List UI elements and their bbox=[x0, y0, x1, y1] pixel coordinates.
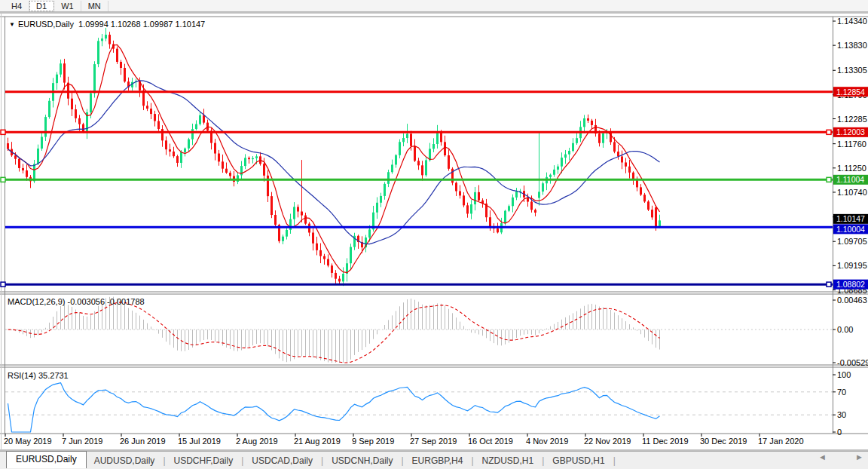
candle-body bbox=[150, 109, 152, 114]
candle-body bbox=[504, 211, 506, 223]
hline-handle[interactable] bbox=[827, 282, 831, 287]
candle-body bbox=[154, 114, 156, 121]
candle-body bbox=[255, 156, 258, 158]
candle-body bbox=[391, 164, 393, 172]
symbol-tab-eurusd[interactable]: EURUSD,Daily bbox=[6, 451, 87, 468]
candle-body bbox=[176, 156, 179, 163]
chart-canvas: 1.143401.138301.133051.127901.122851.117… bbox=[0, 0, 868, 469]
candle-body bbox=[199, 115, 201, 124]
candle-body bbox=[497, 228, 499, 232]
candle-body bbox=[263, 164, 265, 176]
symbol-tab-usdchf[interactable]: USDCHF,Daily bbox=[167, 454, 241, 467]
candle-body bbox=[474, 192, 476, 204]
candle-body bbox=[628, 167, 631, 173]
candle-body bbox=[282, 237, 284, 241]
candle-body bbox=[274, 215, 277, 225]
candle-body bbox=[203, 115, 205, 123]
candle-body bbox=[165, 140, 167, 149]
candle-body bbox=[101, 38, 103, 41]
price-axis-label: 1.13305 bbox=[837, 66, 867, 75]
candle-body bbox=[617, 152, 619, 156]
date-axis-label: 15 Jul 2019 bbox=[178, 437, 221, 446]
chart-quote-values: 1.09994 1.10268 1.09987 1.10147 bbox=[78, 20, 205, 29]
candle-body bbox=[270, 196, 273, 215]
hline-handle[interactable] bbox=[1, 282, 5, 287]
candle-body bbox=[591, 121, 593, 125]
candle-body bbox=[406, 133, 408, 138]
date-axis-label: 20 May 2019 bbox=[4, 437, 52, 446]
candle-body bbox=[432, 144, 435, 149]
hline-handle[interactable] bbox=[1, 130, 5, 134]
candle-body bbox=[229, 173, 231, 176]
candle-body bbox=[466, 205, 469, 213]
candle-body bbox=[41, 137, 43, 149]
date-axis-label: 4 Nov 2019 bbox=[526, 437, 568, 446]
date-axis-label: 30 Dec 2019 bbox=[700, 437, 747, 446]
symbol-tab-eurgbp[interactable]: EURGBP,H4 bbox=[405, 454, 471, 467]
price-tag: 1.12854 bbox=[833, 87, 868, 97]
candle-body bbox=[470, 204, 472, 213]
rsi-axis-label: 30 bbox=[837, 410, 846, 419]
candle-body bbox=[568, 151, 570, 155]
macd-indicator-label: MACD(12,26,9) -0.003056 -0.001788 bbox=[8, 297, 145, 306]
candles-layer bbox=[7, 28, 661, 286]
candle-body bbox=[63, 63, 66, 82]
date-axis-label: 26 Jun 2019 bbox=[120, 437, 166, 446]
date-axis-label: 21 Aug 2019 bbox=[294, 437, 341, 446]
candle-body bbox=[191, 129, 194, 139]
price-tag: 1.10004 bbox=[833, 224, 868, 234]
candle-body bbox=[105, 35, 107, 38]
rsi-line bbox=[8, 383, 660, 432]
candle-body bbox=[572, 143, 574, 151]
candle-body bbox=[327, 259, 329, 266]
candle-body bbox=[553, 170, 555, 175]
candle-body bbox=[444, 142, 446, 155]
symbol-tab-nzdusd[interactable]: NZDUSD,H1 bbox=[475, 454, 542, 467]
candle-body bbox=[195, 124, 197, 130]
candle-body bbox=[350, 247, 352, 264]
candle-body bbox=[602, 133, 604, 143]
candle-body bbox=[387, 172, 390, 184]
candle-body bbox=[93, 64, 96, 93]
hline-handle[interactable] bbox=[827, 130, 831, 134]
candle-body bbox=[218, 154, 220, 162]
symbol-tab-usdcnh[interactable]: USDCNH,Daily bbox=[324, 454, 400, 467]
candle-body bbox=[376, 203, 378, 213]
candle-body bbox=[75, 109, 77, 118]
candle-body bbox=[538, 192, 540, 198]
price-axis-label: 1.13830 bbox=[837, 41, 867, 50]
candle-body bbox=[417, 161, 420, 165]
candle-body bbox=[583, 118, 585, 127]
dropdown-icon[interactable]: ▼ bbox=[9, 21, 15, 28]
candle-body bbox=[116, 49, 118, 62]
symbol-tab-bar: EURUSD,DailyAUDUSD,Daily|USDCHF,Daily|US… bbox=[0, 451, 868, 469]
symbol-tab-audusd[interactable]: AUDUSD,Daily bbox=[87, 454, 163, 467]
macd-axis-label: -0.005299 bbox=[837, 358, 868, 367]
candle-body bbox=[508, 206, 510, 210]
hline-handle[interactable] bbox=[1, 177, 5, 182]
candle-body bbox=[564, 155, 567, 158]
tab-scroll-left-icon[interactable]: ◄ bbox=[818, 452, 827, 461]
price-tag-text: 1.11004 bbox=[836, 175, 864, 184]
candle-body bbox=[576, 138, 578, 143]
candle-body bbox=[335, 273, 337, 279]
tab-scroll-right-icon[interactable]: ► bbox=[855, 452, 863, 461]
price-axis-label: 1.12285 bbox=[837, 115, 867, 124]
candle-body bbox=[44, 117, 47, 136]
candle-body bbox=[297, 207, 299, 211]
symbol-tab-usdcad[interactable]: USDCAD,Daily bbox=[244, 454, 320, 467]
price-tag-text: 1.12003 bbox=[836, 127, 865, 136]
candle-body bbox=[71, 99, 73, 109]
candle-body bbox=[530, 202, 533, 210]
candle-body bbox=[380, 196, 382, 203]
chart-symbol-label: EURUSD,Daily bbox=[18, 20, 74, 29]
candle-body bbox=[188, 139, 190, 149]
hline-handle[interactable] bbox=[827, 177, 831, 182]
symbol-tab-gbpusd[interactable]: GBPUSD,H1 bbox=[545, 454, 612, 467]
macd-axis-label: 0.00463 bbox=[837, 296, 867, 305]
candle-body bbox=[557, 167, 559, 170]
candle-body bbox=[610, 132, 612, 142]
candle-body bbox=[478, 192, 480, 201]
candle-body bbox=[60, 63, 62, 75]
price-axis-label: 1.11250 bbox=[837, 164, 866, 173]
